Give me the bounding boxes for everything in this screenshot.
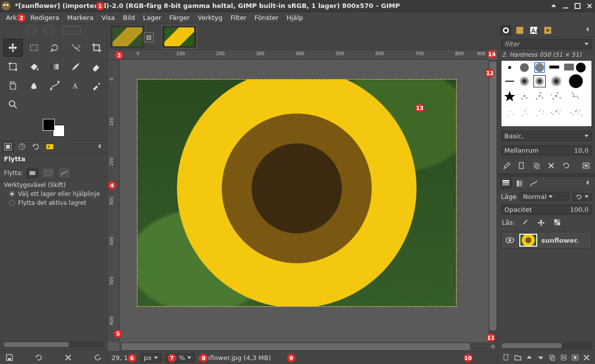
tool-paintbrush[interactable] — [66, 58, 86, 76]
brush-spacing-row[interactable]: Mellanrum 10,0 — [501, 145, 592, 156]
chevron-down-icon — [187, 357, 191, 359]
layer-new-icon[interactable] — [501, 352, 512, 363]
layer-up-icon[interactable] — [524, 352, 535, 363]
tool-rect-select[interactable] — [24, 39, 44, 57]
window-maximize-icon[interactable] — [574, 2, 581, 9]
tool-smudge[interactable] — [24, 77, 44, 94]
tool-color-picker[interactable] — [87, 77, 107, 94]
layer-visibility-eye-icon[interactable] — [504, 235, 515, 246]
ruler-horizontal[interactable]: 0 100 200 300 400 500 600 700 800 900 — [119, 50, 488, 60]
tool-options-restore-icon[interactable] — [33, 352, 44, 363]
tool-zoom[interactable] — [3, 95, 23, 113]
svg-rect-100 — [557, 222, 560, 225]
tool-crop[interactable] — [87, 39, 107, 57]
tool-gradient[interactable] — [45, 58, 65, 76]
tab-history[interactable] — [542, 25, 554, 36]
image-tab-1-close-icon[interactable]: ⊠ — [144, 32, 154, 42]
layer-name[interactable]: sunflower. — [541, 237, 579, 244]
tool-fuzzy-select[interactable] — [66, 39, 86, 57]
window-minimize-icon[interactable] — [562, 2, 569, 9]
brush-preset-select[interactable]: Basic, — [501, 131, 592, 141]
layer-mode-value: Normal — [523, 193, 546, 200]
tool-eraser[interactable] — [87, 58, 107, 76]
canvas-image[interactable] — [137, 80, 456, 306]
layer-opacity-row[interactable]: Opacitet 100,0 — [501, 204, 592, 215]
menu-bild[interactable]: Bild — [119, 12, 139, 23]
layer-mask-icon[interactable] — [570, 352, 581, 363]
ruler-vertical[interactable]: 0 100 200 300 400 500 600 — [108, 60, 119, 342]
menu-farger[interactable]: Färger — [165, 12, 194, 23]
layer-row[interactable]: sunflower. — [501, 232, 592, 249]
layer-mode-dropdown[interactable]: Normal — [519, 192, 569, 201]
layer-merge-icon[interactable] — [558, 352, 569, 363]
tool-options-delete-icon[interactable] — [63, 352, 74, 363]
radio-pick-layer[interactable]: Välj ett lager eller hjälplinje — [9, 190, 103, 197]
tool-paths[interactable] — [45, 77, 65, 94]
move-target-layer[interactable] — [26, 168, 39, 179]
window-roll-up-icon[interactable] — [550, 2, 557, 9]
image-tab-2-active[interactable] — [162, 26, 196, 48]
radio-move-active[interactable]: Flytta det aktiva lagret — [9, 199, 103, 206]
menu-filter[interactable]: Filter — [227, 12, 250, 23]
lock-alpha-icon[interactable] — [552, 217, 563, 228]
tool-bucket-fill[interactable] — [24, 58, 44, 76]
svg-rect-94 — [502, 184, 509, 185]
image-tab-1[interactable]: ⊠ — [111, 26, 144, 48]
tool-free-select[interactable] — [45, 39, 65, 57]
tab-layers[interactable] — [500, 178, 512, 189]
brush-duplicate-icon[interactable] — [532, 160, 542, 171]
tab-paths[interactable] — [528, 178, 540, 189]
layer-down-icon[interactable] — [535, 352, 546, 363]
svg-rect-93 — [502, 182, 509, 183]
brush-edit-icon[interactable] — [502, 160, 512, 171]
menu-visa[interactable]: Visa — [98, 12, 119, 23]
canvas-hscrollbar[interactable] — [119, 342, 488, 351]
menu-lager[interactable]: Lager — [139, 12, 165, 23]
tab-channels[interactable] — [514, 178, 526, 189]
move-target-path[interactable] — [58, 168, 71, 179]
tool-text[interactable]: A — [66, 77, 86, 94]
brush-new-icon[interactable] — [517, 160, 527, 171]
status-unit-dropdown[interactable]: px — [140, 353, 161, 363]
right-top-dock-menu-icon[interactable] — [585, 26, 593, 34]
layer-duplicate-icon[interactable] — [547, 352, 558, 363]
left-dock-menu-icon[interactable] — [97, 143, 105, 151]
lock-position-icon[interactable] — [536, 217, 547, 228]
menu-markera[interactable]: Markera — [63, 12, 98, 23]
brush-open-as-image-icon[interactable] — [581, 160, 591, 171]
tool-clone[interactable] — [3, 77, 23, 94]
fg-color-swatch[interactable] — [43, 119, 55, 131]
layers-hscroll[interactable] — [501, 342, 592, 349]
tab-undo-history[interactable] — [30, 141, 42, 152]
canvas-viewport[interactable] — [119, 60, 488, 342]
layers-dock-menu-icon[interactable] — [585, 179, 593, 187]
brush-refresh-icon[interactable] — [561, 160, 571, 171]
move-target-selection[interactable] — [42, 168, 55, 179]
tool-unified-transform[interactable] — [3, 58, 23, 76]
menu-verktyg[interactable]: Verktyg — [194, 12, 227, 23]
window-close-icon[interactable] — [586, 2, 593, 9]
lock-pixels-icon[interactable] — [520, 217, 531, 228]
tool-options-save-icon[interactable] — [4, 352, 15, 363]
layer-mode-switch[interactable] — [572, 193, 592, 201]
tab-brushes[interactable] — [500, 25, 512, 36]
brush-filter-input[interactable]: filter — [501, 39, 592, 49]
menu-redigera[interactable]: Redigera — [26, 12, 63, 23]
brush-delete-icon[interactable] — [546, 160, 556, 171]
tool-move[interactable] — [3, 39, 23, 57]
canvas-nav-corner[interactable] — [488, 342, 497, 351]
tab-patterns[interactable] — [514, 25, 526, 36]
menu-hjalp[interactable]: Hjälp — [282, 12, 307, 23]
layer-group-icon[interactable] — [512, 352, 523, 363]
color-swatch[interactable] — [0, 115, 107, 140]
brush-grid[interactable] — [501, 60, 592, 127]
tab-tool-options[interactable] — [2, 141, 14, 152]
menu-fonster[interactable]: Fönster — [250, 12, 282, 23]
tab-images[interactable] — [44, 141, 56, 152]
tab-fonts[interactable]: Aa — [528, 25, 540, 36]
tool-options-reset-icon[interactable] — [92, 352, 103, 363]
layer-delete-icon[interactable] — [581, 352, 592, 363]
left-dock-hscroll[interactable] — [3, 341, 104, 348]
canvas-vscrollbar[interactable] — [488, 60, 497, 342]
tab-device-status[interactable] — [16, 141, 28, 152]
